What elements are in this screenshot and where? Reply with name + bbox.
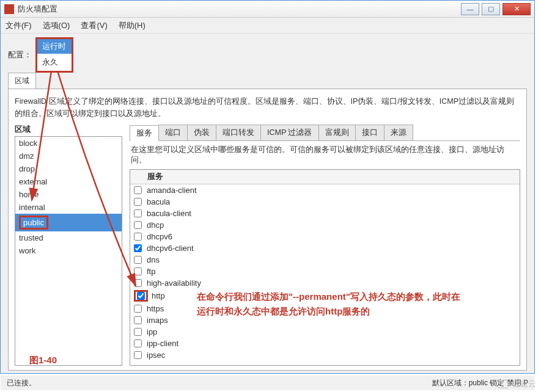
service-item-bacula-client[interactable]: bacula-client: [130, 208, 520, 219]
zone-item-dmz[interactable]: dmz: [15, 150, 122, 162]
service-label: amanda-client: [147, 186, 197, 195]
service-label: dhcp: [147, 220, 164, 230]
config-label: 配置：: [8, 49, 32, 60]
service-checkbox-ipsec[interactable]: [134, 351, 142, 359]
service-tabs: 服务端口伪装端口转发ICMP 过滤器富规则接口来源: [130, 125, 520, 141]
service-label: https: [147, 304, 164, 313]
zone-item-work[interactable]: work: [15, 244, 122, 257]
zone-item-external[interactable]: external: [15, 175, 122, 188]
service-checkbox-ftp[interactable]: [134, 267, 142, 275]
service-label: ipp-client: [147, 339, 178, 348]
config-opt-permanent[interactable]: 永久: [37, 54, 72, 71]
config-opt-runtime[interactable]: 运行时: [37, 39, 72, 54]
menu-help[interactable]: 帮助(H): [119, 20, 145, 31]
tab-5[interactable]: 富规则: [318, 125, 356, 140]
annotation-text: 在命令行我们通过添加"--permanent"写入持久态的参数，此时在 运行时和…: [197, 289, 533, 319]
description-text: FirewallD 区域定义了绑定的网络连接、接口以及源地址的可信程度。区域是服…: [15, 95, 520, 120]
cloud-icon: [496, 380, 510, 388]
zone-item-block[interactable]: block: [15, 137, 122, 150]
app-icon: [4, 4, 14, 14]
tab-6[interactable]: 接口: [355, 125, 385, 140]
service-label: ipsec: [147, 350, 165, 360]
service-item-dhcp[interactable]: dhcp: [130, 219, 520, 231]
service-label: ftp: [147, 267, 155, 276]
tab-7[interactable]: 来源: [384, 125, 413, 140]
service-label: bacula: [147, 197, 170, 206]
zone-tab[interactable]: 区域: [8, 73, 36, 89]
service-checkbox-dhcpv6[interactable]: [134, 233, 142, 241]
zone-item-internal[interactable]: internal: [15, 201, 122, 214]
service-item-ipp[interactable]: ipp: [130, 326, 520, 338]
service-item-ipsec[interactable]: ipsec: [130, 349, 520, 361]
zone-item-trusted[interactable]: trusted: [15, 231, 122, 244]
zones-header: 区域: [15, 125, 122, 135]
service-checkbox-bacula-client[interactable]: [134, 209, 142, 217]
service-checkbox-amanda-client[interactable]: [134, 186, 142, 194]
service-item-ftp[interactable]: ftp: [130, 266, 520, 277]
service-label: dhcpv6: [147, 232, 172, 241]
service-checkbox-http[interactable]: [137, 292, 145, 300]
service-checkbox-ipp-client[interactable]: [134, 339, 142, 347]
watermark: 亿速云: [496, 379, 536, 390]
service-item-dhcpv6-client[interactable]: dhcpv6-client: [130, 242, 520, 254]
service-label: http: [152, 291, 165, 300]
figure-label: 图1-40: [29, 355, 57, 366]
service-checkbox-dhcp[interactable]: [134, 221, 142, 229]
service-checkbox-bacula[interactable]: [134, 198, 142, 206]
maximize-button[interactable]: ▢: [482, 3, 500, 15]
menu-file[interactable]: 文件(F): [6, 20, 32, 31]
service-checkbox-ipp[interactable]: [134, 328, 142, 336]
service-checkbox-dhcpv6-client[interactable]: [134, 244, 142, 252]
zone-item-home[interactable]: home: [15, 188, 122, 201]
tab-3[interactable]: 端口转发: [216, 125, 261, 140]
service-list[interactable]: 服务 amanda-clientbaculabacula-clientdhcpd…: [130, 169, 520, 366]
service-label: dhcpv6-client: [147, 244, 194, 253]
menu-view[interactable]: 查看(V): [81, 20, 107, 31]
close-button[interactable]: ✕: [502, 3, 531, 15]
config-dropdown[interactable]: 运行时 永久: [35, 37, 73, 73]
zone-list[interactable]: blockdmzdropexternalhomeinternalpublictr…: [15, 136, 122, 366]
window-title: 防火墙配置: [18, 4, 461, 15]
service-label: ipp: [147, 327, 157, 336]
service-checkbox-high-availability[interactable]: [134, 279, 142, 287]
tab-4[interactable]: ICMP 过滤器: [260, 125, 319, 140]
service-checkbox-imaps[interactable]: [134, 316, 142, 324]
service-label: high-availability: [147, 278, 201, 288]
menu-options[interactable]: 选项(O): [43, 20, 70, 31]
tab-1[interactable]: 端口: [158, 125, 188, 140]
service-item-dns[interactable]: dns: [130, 254, 520, 266]
service-checkbox-https[interactable]: [134, 305, 142, 313]
service-item-amanda-client[interactable]: amanda-client: [130, 184, 520, 196]
service-label: dns: [147, 255, 160, 264]
service-item-bacula[interactable]: bacula: [130, 196, 520, 208]
status-left: 已连接。: [7, 378, 36, 388]
minimize-button[interactable]: —: [461, 3, 479, 15]
service-item-high-availability[interactable]: high-availability: [130, 277, 520, 289]
zone-item-public[interactable]: public: [15, 214, 122, 231]
service-checkbox-dns[interactable]: [134, 256, 142, 264]
service-description: 在这里您可以定义区域中哪些服务是可信的。可信的服务可以被绑定到该区域的任意连接、…: [130, 141, 520, 169]
service-item-ipp-client[interactable]: ipp-client: [130, 338, 520, 349]
tab-0[interactable]: 服务: [130, 125, 159, 141]
tab-2[interactable]: 伪装: [187, 125, 216, 140]
service-label: bacula-client: [147, 209, 191, 218]
service-column-header: 服务: [130, 170, 520, 184]
zone-item-drop[interactable]: drop: [15, 162, 122, 175]
service-item-dhcpv6[interactable]: dhcpv6: [130, 231, 520, 242]
service-label: imaps: [147, 316, 168, 325]
